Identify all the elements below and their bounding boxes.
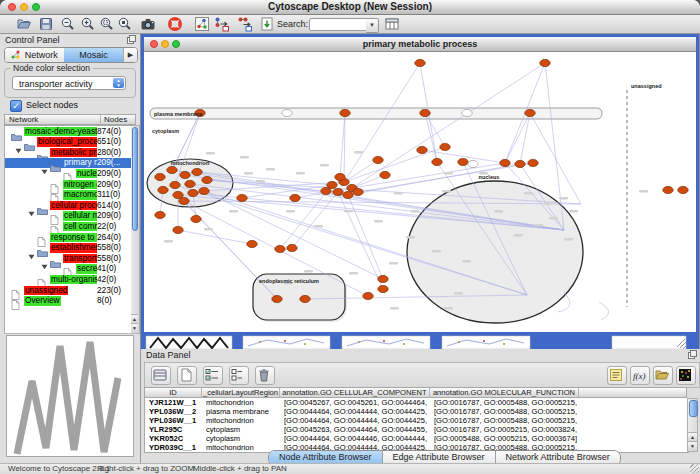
node[interactable] <box>247 240 257 247</box>
node[interactable] <box>237 194 247 201</box>
node[interactable] <box>185 180 195 187</box>
snapshot-icon[interactable] <box>140 16 157 32</box>
tree-row[interactable]: secretion41(0) <box>5 264 132 275</box>
tree-scrollbar[interactable]: ▲ ▼ <box>131 125 140 334</box>
attribute-table-icon[interactable] <box>151 366 171 385</box>
tab-overflow-arrow-icon[interactable]: ▶ <box>123 48 137 62</box>
node[interactable] <box>202 176 212 183</box>
node[interactable] <box>515 160 525 167</box>
tree-row[interactable]: metabolic process280(0) <box>5 147 132 158</box>
node[interactable] <box>378 285 388 292</box>
tree-row[interactable]: cell communicat22(0) <box>5 221 132 232</box>
network-view-frame[interactable]: primary metabolic process plasma membran… <box>141 34 699 335</box>
unannotated-node[interactable] <box>462 109 472 116</box>
combobox-stepper-icon[interactable]: ▲▼ <box>113 78 124 88</box>
import-table-icon[interactable] <box>384 16 401 32</box>
network-canvas[interactable]: plasma membranecytoplasmmitochondrionnuc… <box>144 52 696 329</box>
unannotated-node[interactable] <box>468 160 478 167</box>
search-dropdown-icon[interactable]: ▼ <box>366 18 379 33</box>
tab-mosaic[interactable]: Mosaic <box>64 48 123 62</box>
layout-icon[interactable] <box>237 16 254 32</box>
zoom-in-icon[interactable] <box>80 16 97 32</box>
resize-grip[interactable] <box>690 464 699 473</box>
background-windows-strip[interactable] <box>141 335 699 349</box>
scroll-down-icon[interactable]: ▼ <box>131 323 138 333</box>
node[interactable] <box>343 191 353 198</box>
node[interactable] <box>321 187 331 194</box>
tree-row[interactable]: nucleobase-209(0) <box>5 168 132 179</box>
zoom-out-icon[interactable] <box>60 16 77 32</box>
node[interactable] <box>432 158 442 165</box>
column-nodes[interactable]: Nodes <box>100 115 127 125</box>
tree-row[interactable]: biological_process651(0) <box>5 137 132 148</box>
import-attributes-icon[interactable] <box>653 366 673 385</box>
node[interactable] <box>417 146 427 153</box>
node[interactable] <box>191 215 201 222</box>
notes-icon[interactable] <box>607 366 627 385</box>
node[interactable] <box>155 211 165 218</box>
edge[interactable] <box>505 113 530 163</box>
tree-row[interactable]: Overview8(0) <box>5 296 132 307</box>
tree-row[interactable]: mosaic-demo-yeast874(0) <box>5 126 132 137</box>
tree-scrollbar-thumb[interactable] <box>132 127 138 231</box>
table-row[interactable]: YJR121W__1mitochondrion[GO:0045267, GO:0… <box>145 398 688 407</box>
zoom-fit-icon[interactable] <box>99 16 116 32</box>
birds-eye-view[interactable] <box>6 335 134 457</box>
select-attributes-icon[interactable] <box>203 366 223 385</box>
tree-row[interactable]: cellular metabol209(0) <box>5 211 132 222</box>
tree-row[interactable]: response to stimulu264(0) <box>5 232 132 243</box>
function-builder-icon[interactable]: f(x) <box>630 366 650 385</box>
node[interactable] <box>170 181 180 188</box>
node[interactable] <box>440 143 450 150</box>
node[interactable] <box>378 275 388 282</box>
edge[interactable] <box>348 195 383 279</box>
node[interactable] <box>525 109 535 116</box>
zoom-selected-icon[interactable] <box>117 16 134 32</box>
node[interactable] <box>340 109 350 116</box>
node[interactable] <box>373 156 383 163</box>
tree-row[interactable]: macromolecule311(0) <box>5 190 132 201</box>
table-scrollbar-thumb[interactable] <box>689 400 698 417</box>
node[interactable] <box>540 59 550 66</box>
node-color-combobox[interactable]: transporter activity ▲▼ <box>12 76 126 90</box>
unselect-attributes-icon[interactable] <box>229 366 249 385</box>
tree-row[interactable]: establishment of lo558(0) <box>5 243 132 254</box>
node[interactable] <box>678 186 688 193</box>
node[interactable] <box>335 173 345 180</box>
tab-network[interactable]: Network <box>5 48 64 62</box>
node[interactable] <box>353 188 363 195</box>
help-icon[interactable] <box>167 16 184 32</box>
float-panel-icon[interactable] <box>127 35 136 46</box>
node[interactable] <box>363 292 373 299</box>
node[interactable] <box>290 194 300 201</box>
column-header[interactable]: ID <box>145 388 202 398</box>
table-scrollbar[interactable]: ▲ ▼ <box>687 398 698 452</box>
node[interactable] <box>179 197 189 204</box>
node[interactable] <box>173 226 183 233</box>
column-header[interactable]: annotation.GO MOLECULAR_FUNCTION <box>430 388 579 398</box>
tree-row[interactable]: multi-organism pro42(0) <box>5 274 132 285</box>
table-row[interactable]: YKR052Ccytoplasm[GO:0044464, GO:0044446,… <box>145 434 688 443</box>
edge[interactable] <box>338 63 420 192</box>
edge[interactable] <box>425 113 437 162</box>
node[interactable] <box>155 173 165 180</box>
node[interactable] <box>275 245 285 252</box>
open-file-icon[interactable] <box>16 16 33 32</box>
node[interactable] <box>333 188 343 195</box>
edge[interactable] <box>178 230 252 244</box>
network-view-icon[interactable] <box>194 16 211 32</box>
column-network[interactable]: Network <box>9 115 38 125</box>
node[interactable] <box>188 189 198 196</box>
unannotated-node[interactable] <box>282 109 292 116</box>
table-row[interactable]: YLR295Ccytoplasm[GO:0045263, GO:0044464,… <box>145 425 688 434</box>
node[interactable] <box>192 168 202 175</box>
vizmap-icon[interactable] <box>214 16 231 32</box>
import-network-icon[interactable] <box>259 16 276 32</box>
column-header[interactable]: _cellularLayoutRegion <box>202 388 280 398</box>
tree-row[interactable]: unassigned223(0) <box>5 285 132 296</box>
node[interactable] <box>500 159 510 166</box>
node[interactable] <box>663 186 673 193</box>
node[interactable] <box>380 171 390 178</box>
tree-row[interactable]: cellular process614(0) <box>5 200 132 211</box>
node[interactable] <box>158 186 168 193</box>
